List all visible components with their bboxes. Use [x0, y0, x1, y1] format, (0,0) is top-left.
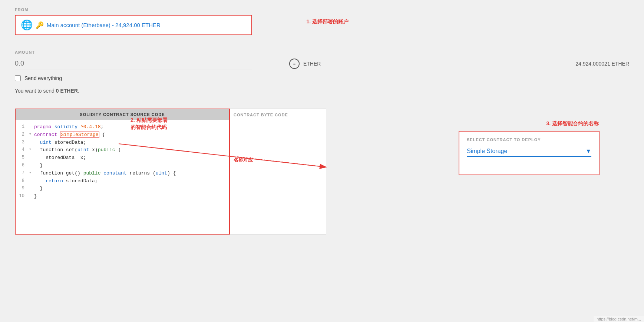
- send-everything-checkbox[interactable]: [15, 75, 21, 81]
- annotation-1: 1. 选择部署的账户: [306, 19, 349, 25]
- ether-icon: ≡: [289, 59, 300, 69]
- amount-input[interactable]: [15, 57, 252, 70]
- code-line: 7 ▾ function get() public constant retur…: [16, 170, 229, 177]
- ether-unit-label: ETHER: [303, 61, 321, 67]
- code-line: 3 uint storedData;: [16, 139, 229, 147]
- amount-label: AMOUNT: [15, 50, 629, 54]
- send-everything-label: Send everything: [24, 75, 62, 81]
- code-line: 4 ▾ function set(uint x)public {: [16, 146, 229, 154]
- select-contract-panel[interactable]: 3. 选择智能合约的名称 SELECT CONTRACT TO DEPLOY S…: [459, 131, 600, 175]
- selected-contract-name: Simple Storage: [467, 148, 507, 155]
- annotation-2: 2. 粘贴需要部署 的智能合约代码: [131, 109, 197, 131]
- code-line: 5 storedData= x;: [16, 154, 229, 162]
- solidity-panel: SOLIDITY CONTRACT SOURCE CODE 1 pragma s…: [15, 109, 230, 235]
- account-avatar: 🌐: [21, 19, 33, 31]
- select-contract-value[interactable]: Simple Storage ▼: [467, 148, 591, 157]
- bytecode-panel: CONTRACT BYTE CODE: [230, 109, 326, 235]
- account-name: Main account (Etherbase) - 24,924.00 ETH…: [47, 22, 161, 28]
- url-bar: https://blog.csdn.net/m...: [594, 316, 644, 322]
- annotation-3: 3. 选择智能合约的名称: [546, 120, 599, 127]
- you-want-row: You want to send 0 ETHER.: [15, 88, 629, 94]
- code-line: 2 ▾ contract SimpleStorage {: [16, 131, 229, 139]
- code-line: 8 return storedData;: [16, 177, 229, 185]
- arrow-annotation: 名称对应: [234, 157, 253, 163]
- ether-balance: 24,924.000021 ETHER: [575, 61, 629, 67]
- key-icon: 🔑: [36, 21, 44, 29]
- bytecode-header: CONTRACT BYTE CODE: [234, 113, 323, 117]
- code-line: 9 }: [16, 185, 229, 193]
- code-area[interactable]: 1 pragma solidity ^0.4.18; 2 ▾ contract …: [16, 120, 229, 204]
- code-line: 6 }: [16, 162, 229, 170]
- ether-unit: ≡ ETHER: [289, 59, 321, 69]
- select-contract-label: SELECT CONTRACT TO DEPLOY: [467, 137, 591, 142]
- code-line: 10 }: [16, 193, 229, 200]
- from-account-box[interactable]: 🌐 🔑 Main account (Etherbase) - 24,924.00…: [15, 15, 252, 35]
- from-label: FROM: [15, 7, 629, 12]
- dropdown-arrow-icon: ▼: [585, 148, 591, 155]
